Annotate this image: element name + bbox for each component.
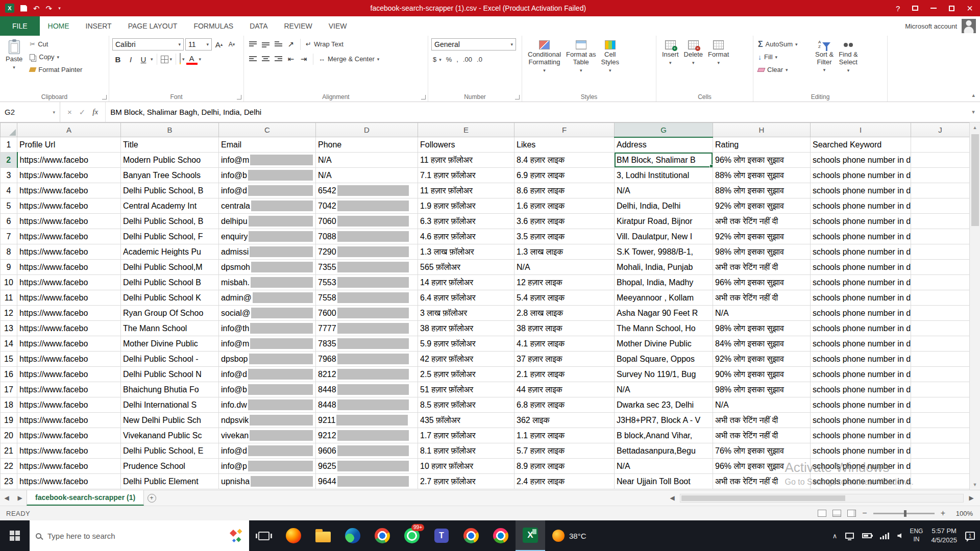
cell-address[interactable]: Survey No 119/1, Bug — [615, 367, 713, 382]
number-dialog-launcher[interactable] — [515, 95, 520, 99]
row-number[interactable]: 2 — [1, 153, 17, 168]
cell-email[interactable]: dpsbop — [219, 352, 316, 367]
row-number[interactable]: 7 — [1, 229, 17, 244]
scroll-left-icon[interactable]: ◀ — [666, 494, 679, 502]
cell-phone[interactable]: 8448 — [316, 397, 418, 413]
horizontal-scroll-thumb[interactable] — [681, 495, 845, 501]
cell-likes[interactable]: 2.8 लाख लाइक — [514, 306, 615, 321]
taskbar-excel-active[interactable] — [516, 520, 545, 551]
cell-likes[interactable]: N/A — [514, 260, 615, 275]
cell-searched-keyword[interactable]: schools phone number in delhi — [811, 290, 911, 306]
cell-rating[interactable]: अभी तक रेटिंग नहीं दी — [713, 260, 811, 275]
tab-data[interactable]: DATA — [241, 16, 276, 36]
prev-sheet-icon[interactable]: ◀ — [0, 490, 13, 506]
cell-likes[interactable]: 4.1 हज़ार लाइक — [514, 336, 615, 352]
cell-address[interactable]: Mother Divine Public — [615, 336, 713, 352]
cell-followers[interactable]: 1.9 हज़ार फ़ॉलोअर — [418, 198, 514, 214]
cell-profile-url[interactable]: https://www.facebo — [17, 214, 121, 229]
cell-address[interactable]: N/A — [615, 183, 713, 198]
cell-empty[interactable] — [911, 290, 970, 306]
cell-empty[interactable] — [911, 397, 970, 413]
cell-address[interactable]: N/A — [615, 459, 713, 474]
network-icon[interactable] — [880, 533, 889, 539]
cell-empty[interactable] — [911, 214, 970, 229]
cell-likes[interactable]: 44 हज़ार लाइक — [514, 382, 615, 397]
qat-customize-icon[interactable]: ▾ — [58, 6, 61, 11]
sort-filter-button[interactable]: AZ Sort &Filter ▾ — [813, 38, 836, 91]
fill-color-button[interactable] — [180, 54, 181, 64]
align-left-icon[interactable] — [247, 54, 258, 65]
cell-empty[interactable] — [911, 352, 970, 367]
search-input[interactable] — [46, 531, 225, 541]
cell-title[interactable]: Delhi Public School B — [121, 275, 219, 290]
row-number[interactable]: 12 — [1, 306, 17, 321]
row-number[interactable]: 20 — [1, 428, 17, 443]
cell-profile-url[interactable]: https://www.facebo — [17, 290, 121, 306]
row-number[interactable]: 15 — [1, 352, 17, 367]
cell-searched-keyword[interactable]: schools phone number in delhi — [811, 153, 911, 168]
cell-searched-keyword[interactable]: schools phone number in delhi — [811, 321, 911, 336]
row-number[interactable]: 19 — [1, 413, 17, 428]
cell-profile-url[interactable]: https://www.facebo — [17, 306, 121, 321]
cell-followers[interactable]: 42 हज़ार फ़ॉलोअर — [418, 352, 514, 367]
font-dialog-launcher[interactable] — [237, 95, 241, 99]
cell-profile-url[interactable]: https://www.facebo — [17, 367, 121, 382]
cell-rating[interactable]: 98% लोग इसका सुझाव — [713, 321, 811, 336]
cell-phone[interactable]: 7088 — [316, 229, 418, 244]
cell-followers[interactable]: 3 लाख फ़ॉलोअर — [418, 306, 514, 321]
cell-address[interactable]: Delhi, India, Delhi — [615, 198, 713, 214]
cell-email[interactable]: enquiry — [219, 229, 316, 244]
cell-title[interactable]: Modern Public Schoo — [121, 153, 219, 168]
column-header-a[interactable]: A — [17, 123, 121, 137]
cell-rating[interactable]: 76% लोग इसका सुझाव — [713, 443, 811, 459]
scroll-down-icon[interactable]: ▼ — [970, 480, 980, 490]
row-number[interactable]: 13 — [1, 321, 17, 336]
font-family-select[interactable]: Calibri▾ — [112, 38, 184, 51]
cell-followers[interactable]: 51 हज़ार फ़ॉलोअर — [418, 382, 514, 397]
cell-email[interactable]: admissi — [219, 244, 316, 260]
cell-rating[interactable]: N/A — [713, 397, 811, 413]
cell-address[interactable]: Meeyannoor , Kollam — [615, 290, 713, 306]
cell-profile-url[interactable]: https://www.facebo — [17, 474, 121, 489]
cell-address[interactable]: Bettadasanpura,Begu — [615, 443, 713, 459]
normal-view-button[interactable] — [818, 510, 826, 517]
cell-empty[interactable] — [911, 336, 970, 352]
expand-formula-bar-icon[interactable]: ▾ — [967, 102, 980, 122]
cell-searched-keyword[interactable]: schools phone number in delhi — [811, 443, 911, 459]
paste-button[interactable]: Paste ▾ — [3, 38, 25, 91]
shrink-font-button[interactable]: A▾ — [226, 39, 237, 50]
cell-phone[interactable]: 7968 — [316, 352, 418, 367]
taskbar-chrome-3[interactable] — [486, 520, 516, 551]
cell-followers[interactable]: 2.5 हज़ार फ़ॉलोअर — [418, 367, 514, 382]
cell-likes[interactable]: 1.6 हज़ार लाइक — [514, 198, 615, 214]
zoom-out-button[interactable]: − — [862, 509, 867, 517]
cell-title[interactable]: Academic Heights Pu — [121, 244, 219, 260]
cell-phone[interactable]: 9606 — [316, 443, 418, 459]
autosum-button[interactable]: ΣAutoSum▾ — [756, 38, 813, 50]
cell-rating[interactable]: अभी तक रेटिंग नहीं दी — [713, 290, 811, 306]
cell-profile-url[interactable]: https://www.facebo — [17, 168, 121, 183]
cell-likes[interactable]: 2.4 हज़ार लाइक — [514, 474, 615, 489]
new-sheet-button[interactable]: + — [144, 490, 159, 506]
task-view-button[interactable] — [249, 520, 279, 551]
cell-phone[interactable]: N/A — [316, 153, 418, 168]
cell-rating[interactable]: 92% लोग इसका सुझाव — [713, 198, 811, 214]
cell-address[interactable]: S.K Tower, 9988/B-1, — [615, 244, 713, 260]
cell-followers[interactable]: Followers — [418, 137, 514, 153]
cell-address[interactable]: Bhopal, India, Madhy — [615, 275, 713, 290]
cell-empty[interactable] — [911, 413, 970, 428]
cell-rating[interactable]: 88% लोग इसका सुझाव — [713, 168, 811, 183]
show-hidden-icons-button[interactable]: ∧ — [832, 532, 838, 540]
cell-followers[interactable]: 435 फ़ॉलोअर — [418, 413, 514, 428]
cell-searched-keyword[interactable]: schools phone number in delhi — [811, 413, 911, 428]
cell-empty[interactable] — [911, 183, 970, 198]
cell-rating[interactable]: 92% लोग इसका सुझाव — [713, 352, 811, 367]
cell-empty[interactable] — [911, 443, 970, 459]
cell-searched-keyword[interactable]: Searched Keyword — [811, 137, 911, 153]
account-area[interactable]: Microsoft account — [905, 16, 980, 36]
row-number[interactable]: 21 — [1, 443, 17, 459]
format-cells-button[interactable]: Format ▾ — [705, 38, 731, 91]
cell-title[interactable]: The Mann School — [121, 321, 219, 336]
cell-likes[interactable]: 5.4 हज़ार लाइक — [514, 290, 615, 306]
find-select-button[interactable]: Find &Select ▾ — [836, 38, 861, 91]
